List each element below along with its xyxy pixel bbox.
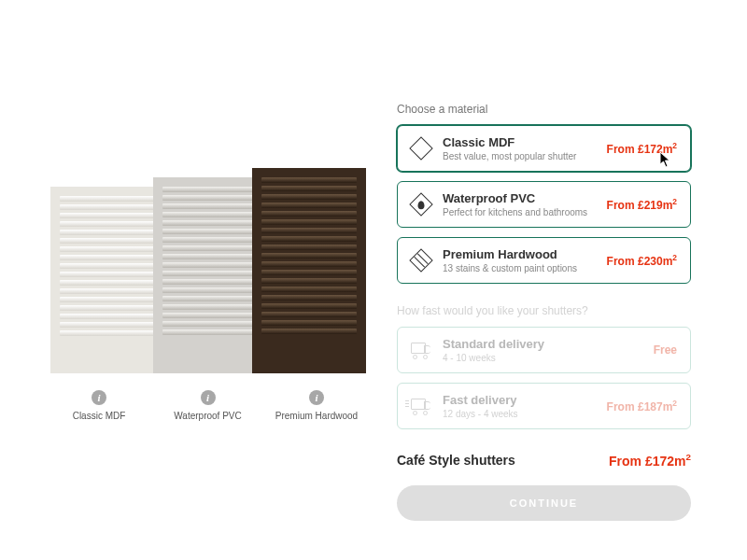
preview-label-classic-mdf[interactable]: i Classic MDF — [52, 390, 146, 421]
option-subtitle: Best value, most popular shutter — [443, 151, 596, 161]
option-subtitle: Perfect for kitchens and bathrooms — [443, 207, 596, 217]
product-preview: i Classic MDF i Waterproof PVC i Premium… — [47, 103, 369, 521]
option-price: From £219m2 — [607, 197, 677, 212]
info-icon[interactable]: i — [92, 390, 106, 405]
truck-icon — [411, 340, 431, 360]
summary-title: Café Style shutters — [397, 453, 515, 468]
delivery-option-standard[interactable]: Standard delivery 4 - 10 weeks Free — [397, 327, 691, 373]
option-subtitle: 4 - 10 weeks — [443, 353, 642, 363]
wood-icon — [411, 250, 431, 271]
shutter-image-premium-hardwood — [252, 168, 366, 373]
option-subtitle: 12 days - 4 weeks — [443, 409, 596, 419]
section-title-material: Choose a material — [397, 103, 691, 116]
preview-label-text: Waterproof PVC — [174, 411, 241, 421]
price-summary: Café Style shutters From £172m2 — [397, 452, 691, 469]
info-icon[interactable]: i — [201, 390, 216, 405]
section-title-delivery: How fast would you like your shutters? — [397, 304, 691, 317]
option-price: From £172m2 — [607, 141, 677, 156]
option-price: From £230m2 — [607, 253, 677, 268]
preview-label-waterproof-pvc[interactable]: i Waterproof PVC — [162, 390, 255, 421]
preview-label-text: Premium Hardwood — [275, 411, 358, 421]
summary-price: From £172m2 — [609, 452, 691, 469]
option-title: Waterproof PVC — [443, 191, 596, 205]
fast-truck-icon — [411, 396, 431, 416]
option-subtitle: 13 stains & custom paint options — [443, 263, 596, 273]
preview-label-text: Classic MDF — [73, 411, 126, 421]
option-title: Standard delivery — [443, 337, 642, 351]
waterproof-icon — [411, 194, 431, 215]
option-price: From £187m2 — [607, 399, 677, 413]
delivery-option-fast[interactable]: Fast delivery 12 days - 4 weeks From £18… — [397, 383, 691, 429]
preview-label-premium-hardwood[interactable]: i Premium Hardwood — [270, 390, 363, 421]
info-icon[interactable]: i — [309, 390, 324, 405]
continue-button[interactable]: CONTINUE — [397, 485, 691, 521]
option-title: Fast delivery — [443, 393, 596, 407]
pattern-icon — [411, 138, 431, 159]
material-option-classic-mdf[interactable]: Classic MDF Best value, most popular shu… — [397, 125, 691, 172]
configurator-panel: Choose a material Classic MDF Best value… — [397, 103, 691, 521]
option-title: Premium Hardwood — [443, 247, 596, 261]
option-price: Free — [654, 343, 677, 357]
option-title: Classic MDF — [443, 135, 596, 149]
shutter-images — [47, 103, 369, 373]
material-option-premium-hardwood[interactable]: Premium Hardwood 13 stains & custom pain… — [397, 237, 691, 284]
material-option-waterproof-pvc[interactable]: Waterproof PVC Perfect for kitchens and … — [397, 181, 691, 228]
